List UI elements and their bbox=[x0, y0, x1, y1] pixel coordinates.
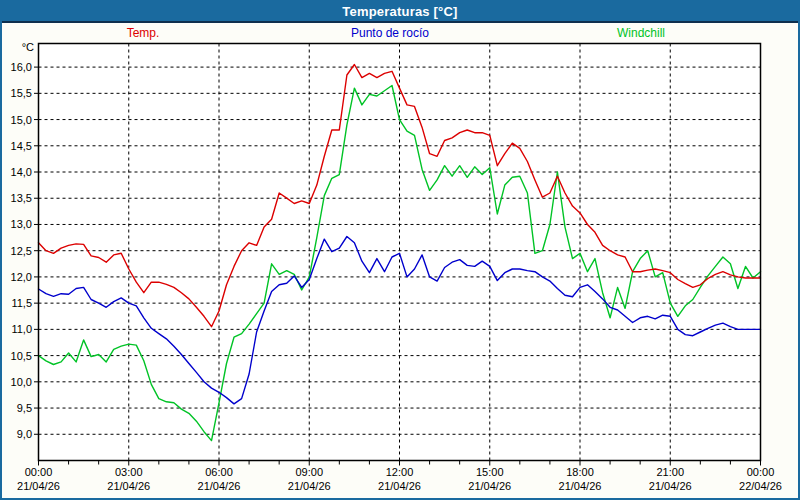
temperature-line-chart: 16,015,515,014,514,013,513,012,512,011,5… bbox=[0, 0, 800, 500]
weather-chart-window: Temperaturas [°C] Temp. Punto de rocío W… bbox=[0, 0, 800, 500]
x-tick-time-label: 15:00 bbox=[476, 466, 504, 478]
y-tick-label: 12,0 bbox=[11, 271, 32, 283]
x-tick-time-label: 06:00 bbox=[205, 466, 233, 478]
y-tick-label: 11,0 bbox=[11, 323, 32, 335]
x-tick-time-label: 18:00 bbox=[566, 466, 594, 478]
y-tick-label: 15,0 bbox=[11, 114, 32, 126]
x-tick-time-label: 00:00 bbox=[747, 466, 775, 478]
x-tick-time-label: 03:00 bbox=[115, 466, 143, 478]
y-tick-label: 10,5 bbox=[11, 350, 32, 362]
x-tick-date-label: 22/04/26 bbox=[739, 480, 782, 492]
x-tick-time-label: 09:00 bbox=[295, 466, 323, 478]
y-tick-label: 10,0 bbox=[11, 376, 32, 388]
y-tick-label: 9,0 bbox=[17, 428, 32, 440]
x-tick-time-label: 21:00 bbox=[656, 466, 684, 478]
x-tick-time-label: 00:00 bbox=[25, 466, 53, 478]
x-tick-date-label: 21/04/26 bbox=[107, 480, 150, 492]
y-tick-label: 13,0 bbox=[11, 218, 32, 230]
x-tick-date-label: 21/04/26 bbox=[468, 480, 511, 492]
y-tick-label: 9,5 bbox=[17, 402, 32, 414]
window-title-bar[interactable]: Temperaturas [°C] bbox=[0, 0, 800, 23]
x-tick-date-label: 21/04/26 bbox=[288, 480, 331, 492]
y-tick-label: 15,5 bbox=[11, 87, 32, 99]
y-tick-label: 13,5 bbox=[11, 192, 32, 204]
y-tick-label: 14,5 bbox=[11, 140, 32, 152]
y-tick-label: 16,0 bbox=[11, 61, 32, 73]
x-tick-date-label: 21/04/26 bbox=[17, 480, 60, 492]
x-tick-date-label: 21/04/26 bbox=[198, 480, 241, 492]
y-tick-label: 12,5 bbox=[11, 245, 32, 257]
x-tick-date-label: 21/04/26 bbox=[378, 480, 421, 492]
window-title: Temperaturas [°C] bbox=[342, 4, 457, 19]
y-tick-label: 14,0 bbox=[11, 166, 32, 178]
x-tick-date-label: 21/04/26 bbox=[559, 480, 602, 492]
x-tick-time-label: 12:00 bbox=[386, 466, 414, 478]
y-tick-label: 11,5 bbox=[11, 297, 32, 309]
x-tick-date-label: 21/04/26 bbox=[649, 480, 692, 492]
